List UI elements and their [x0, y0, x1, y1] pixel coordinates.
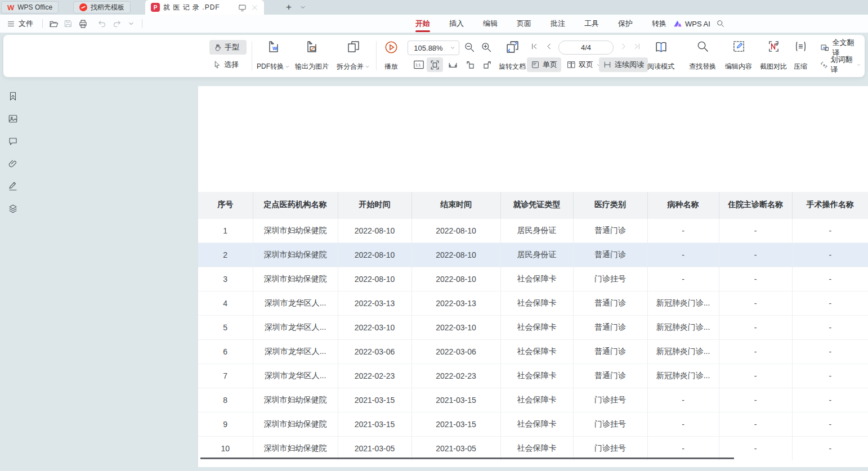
bookmarks-panel-button[interactable]	[6, 89, 20, 104]
table-cell: 社会保障卡	[500, 291, 573, 315]
zoom-in-icon	[481, 42, 492, 53]
word-translate-button[interactable]: A 划词翻译	[816, 57, 865, 72]
zoom-level-combobox[interactable]	[408, 41, 459, 55]
rotate-left-button[interactable]	[463, 57, 478, 72]
edit-content-button[interactable]: 编辑内容	[723, 39, 754, 73]
comment-icon	[8, 136, 18, 146]
redo-button[interactable]	[109, 17, 124, 30]
table-cell: 2021-03-05	[411, 436, 500, 460]
wps-ai-button[interactable]: WPS AI	[673, 20, 710, 28]
undo-button[interactable]	[95, 17, 109, 30]
save-button[interactable]	[61, 17, 75, 30]
pdf-badge-icon: P	[151, 3, 160, 12]
hand-tool-button[interactable]: 手型	[209, 40, 247, 55]
screenshot-compare-button[interactable]: 截图对比	[758, 39, 789, 73]
menu-tab-7[interactable]: 转换	[652, 15, 666, 33]
split-merge-button[interactable]: 拆分合并	[334, 39, 372, 73]
zoom-out-button[interactable]	[464, 42, 475, 53]
actual-size-button[interactable]: 1:1	[411, 57, 427, 72]
chevron-down-icon	[857, 62, 861, 68]
export-image-button[interactable]: 输出为图片	[293, 39, 331, 73]
tab-document-pdf[interactable]: P 就 医 记 录 .PDF	[145, 0, 264, 15]
continuous-reading-button[interactable]: 连续阅读	[599, 57, 648, 72]
medical-records-table: 序号定点医药机构名称开始时间结束时间就诊凭证类型医疗类别病种名称住院主诊断名称手…	[198, 192, 868, 460]
column-header: 结束时间	[411, 192, 500, 218]
previous-page-button[interactable]	[545, 42, 553, 51]
column-header: 序号	[198, 192, 253, 218]
table-cell: 2022-02-23	[338, 364, 411, 388]
fit-width-button[interactable]	[445, 57, 461, 72]
divider	[376, 41, 377, 70]
close-tab-icon[interactable]	[251, 4, 258, 11]
rotate-right-button[interactable]	[480, 57, 495, 72]
table-cell: 2021-03-15	[411, 388, 500, 412]
full-text-translate-button[interactable]: A 全文翻译	[816, 41, 865, 55]
first-page-button[interactable]	[530, 42, 539, 51]
compress-button[interactable]: 压缩	[791, 39, 809, 73]
select-tool-button[interactable]: 选择	[209, 57, 247, 72]
menu-tab-3[interactable]: 页面	[517, 15, 531, 33]
redo-icon	[112, 19, 122, 29]
tab-list-chevron-icon[interactable]	[299, 0, 306, 15]
zoom-level-input[interactable]	[411, 44, 445, 52]
table-cell: -	[792, 388, 868, 412]
menu-search-button[interactable]	[716, 19, 725, 28]
table-cell: -	[792, 436, 868, 460]
table-cell: 2022-03-10	[338, 315, 411, 339]
table-cell: 居民身份证	[500, 243, 573, 267]
chevron-down-icon	[285, 64, 290, 69]
single-page-button[interactable]: 单页	[527, 57, 561, 72]
open-file-button[interactable]	[46, 17, 61, 30]
table-cell: 2022-08-10	[411, 243, 500, 267]
menu-tab-2[interactable]: 编辑	[483, 15, 498, 33]
play-button[interactable]: 播放	[382, 39, 401, 73]
fit-page-button[interactable]	[427, 57, 443, 72]
layers-icon	[8, 204, 18, 214]
new-tab-button[interactable]: +	[286, 0, 292, 15]
present-screen-icon[interactable]	[238, 3, 247, 12]
pdf-page[interactable]: 序号定点医药机构名称开始时间结束时间就诊凭证类型医疗类别病种名称住院主诊断名称手…	[198, 86, 868, 467]
file-menu-button[interactable]: 文件	[0, 19, 39, 29]
fit-width-icon	[448, 60, 458, 70]
menu-tab-4[interactable]: 批注	[551, 15, 565, 33]
chevron-right-icon	[619, 42, 628, 51]
menu-tab-0[interactable]: 开始	[415, 15, 430, 33]
table-cell: -	[719, 364, 792, 388]
find-replace-button[interactable]: 查找替换	[687, 39, 718, 73]
comments-panel-button[interactable]	[6, 134, 20, 149]
attachments-panel-button[interactable]	[6, 156, 20, 171]
menu-tab-6[interactable]: 保护	[618, 15, 633, 33]
table-cell: -	[647, 243, 719, 267]
menu-tab-1[interactable]: 插入	[449, 15, 464, 33]
table-cell: -	[792, 267, 868, 291]
rotate-document-button[interactable]: 旋转文档	[496, 39, 528, 73]
edit-content-icon	[732, 40, 745, 53]
zoom-in-button[interactable]	[481, 42, 492, 53]
table-cell: 新冠肺炎门诊...	[647, 364, 719, 388]
tab-docer-templates[interactable]: 找稻壳模板	[73, 1, 131, 14]
svg-text:W: W	[272, 46, 278, 51]
quick-access-chevron[interactable]	[124, 17, 138, 30]
fit-page-icon	[429, 60, 440, 70]
page-number-input[interactable]	[558, 41, 614, 55]
read-mode-button[interactable]: 阅读模式	[645, 39, 677, 73]
tab-wps-office[interactable]: W WPS Office	[1, 1, 59, 14]
pdf-convert-button[interactable]: W PDF转换	[254, 39, 292, 73]
table-cell: 10	[198, 436, 253, 460]
chevron-down-icon	[128, 20, 135, 27]
table-cell: 2022-03-13	[338, 291, 411, 315]
table-cell: 门诊挂号	[573, 412, 647, 436]
layers-panel-button[interactable]	[6, 201, 20, 216]
workspace: 序号定点医药机构名称开始时间结束时间就诊凭证类型医疗类别病种名称住院主诊断名称手…	[0, 79, 868, 471]
table-cell: 普通门诊	[573, 243, 647, 267]
table-cell: 普通门诊	[573, 218, 647, 243]
word-translate-icon: A	[820, 60, 828, 70]
menu-tab-5[interactable]: 工具	[584, 15, 599, 33]
next-page-button[interactable]	[619, 42, 628, 51]
thumbnails-panel-button[interactable]	[6, 111, 20, 126]
print-button[interactable]	[75, 17, 90, 30]
signature-panel-button[interactable]	[6, 179, 20, 194]
table-cell: 新冠肺炎门诊...	[647, 315, 719, 339]
table-cell: 2021-03-15	[338, 388, 411, 412]
last-page-button[interactable]	[633, 42, 641, 51]
